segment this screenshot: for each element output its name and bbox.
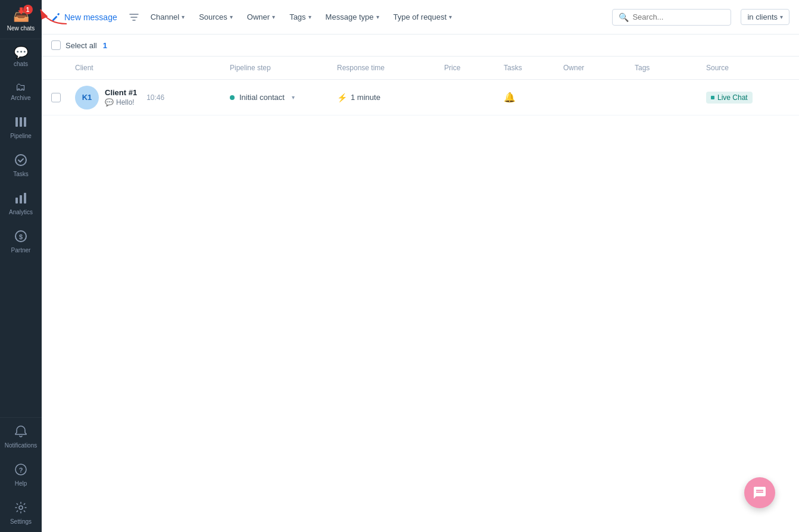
sidebar-bottom: Notifications ? Help Settings	[0, 417, 42, 532]
th-response-time: Response time	[337, 61, 444, 74]
type-of-request-chevron-icon: ▾	[449, 14, 452, 20]
table-body: K1 Client #1 💬 Hello! 10:46 Initial cont…	[42, 80, 799, 532]
th-tags: Tags	[635, 61, 706, 74]
row-checkbox[interactable]	[51, 93, 75, 102]
filter-owner-button[interactable]: Owner ▾	[242, 10, 280, 24]
select-count: 1	[103, 41, 107, 50]
compose-icon	[51, 12, 61, 22]
new-message-button[interactable]: New message	[51, 12, 117, 22]
archive-icon: 🗂	[15, 82, 26, 92]
sidebar-item-label-my-chats: chats	[14, 61, 28, 67]
sidebar-item-pipeline[interactable]: Pipeline	[0, 108, 42, 146]
select-all-row: Select all 1	[42, 35, 799, 57]
main-content: New message Channel ▾ Sources ▾ Owner ▾ …	[42, 0, 799, 532]
th-owner: Owner	[563, 61, 635, 74]
row-select-checkbox[interactable]	[51, 93, 61, 102]
pipeline-chevron-icon: ▾	[292, 94, 295, 101]
svg-point-3	[15, 155, 26, 165]
chat-bubble-icon: 💬	[105, 98, 114, 107]
th-price: Price	[444, 61, 504, 74]
clients-select[interactable]: in clients ▾	[741, 9, 789, 25]
row-time: 10:46	[143, 93, 164, 102]
client-preview: 💬 Hello!	[105, 98, 137, 107]
pipeline-cell: Initial contact ▾	[230, 93, 337, 102]
toolbar: New message Channel ▾ Sources ▾ Owner ▾ …	[42, 0, 799, 35]
new-chats-label: New chats	[7, 25, 35, 32]
pipeline-dot-icon	[230, 95, 235, 100]
filter-tags-button[interactable]: Tags ▾	[285, 10, 316, 24]
search-input[interactable]	[632, 12, 716, 21]
th-source: Source	[706, 61, 789, 74]
message-type-chevron-icon: ▾	[376, 14, 379, 20]
filter-tags-label: Tags	[289, 12, 305, 21]
filter-channel-label: Channel	[151, 12, 179, 21]
filter-message-type-label: Message type	[326, 12, 374, 21]
table-row[interactable]: K1 Client #1 💬 Hello! 10:46 Initial cont…	[42, 80, 799, 115]
owner-chevron-icon: ▾	[272, 14, 275, 20]
sidebar-item-settings[interactable]: Settings	[0, 494, 42, 532]
svg-rect-1	[20, 117, 22, 127]
avatar: K1	[75, 86, 99, 109]
clients-select-chevron-icon: ▾	[780, 14, 783, 20]
floating-chat-icon	[753, 486, 767, 500]
sidebar-item-archive[interactable]: 🗂 Archive	[0, 74, 42, 108]
pipeline-icon	[14, 115, 27, 130]
sidebar-item-label-notifications: Notifications	[5, 442, 37, 449]
settings-icon	[14, 501, 27, 516]
th-checkbox	[51, 61, 75, 74]
table-header: Client Pipeline step Response time Price…	[42, 57, 799, 80]
channel-chevron-icon: ▾	[182, 14, 185, 20]
filter-channel-button[interactable]: Channel ▾	[146, 10, 189, 24]
filter-owner-label: Owner	[247, 12, 270, 21]
tags-chevron-icon: ▾	[308, 14, 311, 20]
new-chats-badge: 1	[23, 5, 33, 14]
svg-text:$: $	[19, 233, 23, 240]
svg-rect-6	[24, 193, 26, 204]
source-dot-icon	[711, 96, 714, 99]
filter-type-of-request-button[interactable]: Type of request ▾	[389, 10, 457, 24]
new-chats-button[interactable]: 📥 1 New chats	[0, 0, 42, 39]
select-all-checkbox[interactable]	[51, 40, 61, 50]
response-cell: ⚡ 1 minute	[337, 93, 444, 102]
bell-icon: 🔔	[504, 92, 516, 103]
client-preview-text: Hello!	[116, 98, 135, 107]
sidebar-item-help[interactable]: ? Help	[0, 456, 42, 494]
filter-sources-label: Sources	[199, 12, 227, 21]
svg-rect-5	[20, 195, 22, 204]
search-icon: 🔍	[619, 12, 629, 22]
pipeline-step-label: Initial contact	[239, 93, 285, 102]
sources-chevron-icon: ▾	[230, 14, 233, 20]
sidebar-item-label-analytics: Analytics	[9, 209, 33, 215]
response-time-value: 1 minute	[351, 93, 380, 102]
tasks-icon	[14, 154, 27, 168]
client-info: Client #1 💬 Hello!	[105, 88, 137, 107]
floating-chat-button[interactable]	[744, 477, 775, 508]
sidebar-item-tasks[interactable]: Tasks	[0, 146, 42, 184]
sidebar: 📥 1 New chats 💬 chats 🗂 Archive Pipeline	[0, 0, 42, 532]
bolt-icon: ⚡	[337, 93, 347, 102]
filter-message-type-button[interactable]: Message type ▾	[321, 10, 384, 24]
client-cell: K1 Client #1 💬 Hello! 10:46	[75, 86, 230, 109]
search-box: 🔍	[612, 9, 731, 26]
sidebar-item-my-chats[interactable]: 💬 chats	[0, 39, 42, 74]
notifications-icon	[14, 425, 27, 440]
sidebar-item-analytics[interactable]: Analytics	[0, 184, 42, 223]
sidebar-item-label-settings: Settings	[10, 518, 32, 525]
svg-rect-0	[15, 117, 18, 127]
th-pipeline: Pipeline step	[230, 61, 337, 74]
my-chats-icon: 💬	[14, 46, 29, 58]
sidebar-item-notifications[interactable]: Notifications	[0, 418, 42, 456]
filter-sources-button[interactable]: Sources ▾	[194, 10, 238, 24]
sidebar-item-partner[interactable]: $ Partner	[0, 223, 42, 261]
tasks-cell: 🔔	[504, 92, 563, 103]
filter-icon-button[interactable]	[127, 10, 141, 24]
source-cell: Live Chat	[706, 92, 789, 104]
svg-rect-2	[24, 117, 26, 127]
svg-text:?: ?	[19, 467, 23, 474]
th-tasks: Tasks	[504, 61, 563, 74]
source-badge: Live Chat	[706, 92, 753, 104]
svg-rect-4	[15, 198, 18, 204]
sidebar-item-label-archive: Archive	[11, 95, 30, 101]
th-client: Client	[75, 61, 230, 74]
analytics-icon	[14, 192, 27, 206]
